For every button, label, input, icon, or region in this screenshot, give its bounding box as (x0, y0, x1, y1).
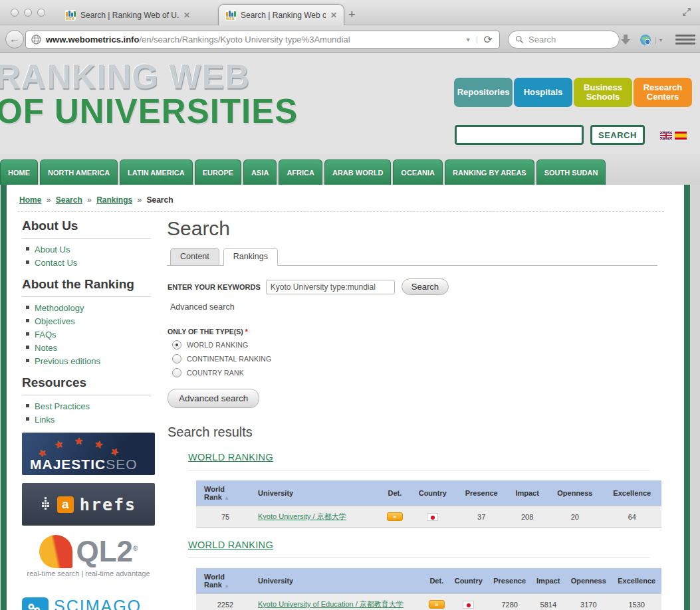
sidebar-item: FAQs (26, 330, 159, 340)
column-excellence[interactable]: Excellence (612, 568, 661, 594)
majestic-seo-logo[interactable]: ★ ★ ★ ★ ★ MAJESTICSEO (22, 433, 155, 475)
tab-close-icon[interactable]: ✕ (330, 11, 337, 20)
advanced-search-button[interactable]: Advanced search (168, 389, 259, 408)
japan-flag-icon (427, 513, 438, 521)
column-country[interactable]: Country (409, 480, 455, 506)
sidebar-link-notes[interactable]: Notes (35, 343, 57, 353)
radio-option[interactable]: WORLD RANKING (172, 340, 661, 350)
language-flags (660, 132, 687, 140)
downloads-icon[interactable] (620, 34, 632, 45)
sidebar: About Us About Us Contact Us About the R… (18, 212, 159, 610)
nav-tab[interactable]: NORTH AMERICA (40, 159, 118, 185)
extension-globe-icon[interactable] (640, 34, 651, 46)
details-button[interactable]: » (429, 600, 445, 609)
tab-close-icon[interactable]: ✕ (183, 11, 190, 20)
university-link[interactable]: Kyoto University of Education / 京都教育大学 (258, 600, 404, 608)
breadcrumb-search-link[interactable]: Search (56, 195, 82, 205)
spanish-flag-icon[interactable] (675, 132, 687, 140)
nav-tab[interactable]: AFRICA (279, 159, 322, 185)
site-favicon-icon: WEB (225, 10, 236, 21)
sidebar-link-objectives[interactable]: Objectives (35, 316, 75, 326)
radio-label: CONTINENTAL RANKING (187, 355, 271, 363)
nav-tab[interactable]: SOUTH SUDAN (536, 159, 606, 185)
promo-button[interactable]: Repositories (454, 78, 513, 107)
header-search-input[interactable] (455, 125, 584, 145)
university-link[interactable]: Kyoto University / 京都大学 (258, 512, 346, 520)
column-openness[interactable]: Openness (547, 480, 602, 506)
sort-asc-icon: ▲ (222, 583, 229, 589)
column-world-rank[interactable]: World Rank▲ (196, 568, 255, 594)
back-button[interactable]: ← (5, 30, 24, 49)
table-row: 75 Kyoto University / 京都大学 » 37 208 20 6… (196, 506, 661, 528)
nav-tab[interactable]: EUROPE (195, 159, 241, 185)
column-university[interactable]: University (255, 568, 424, 594)
new-tab-button[interactable]: + (348, 8, 356, 22)
sidebar-link-faqs[interactable]: FAQs (35, 330, 57, 340)
column-university[interactable]: University (255, 480, 380, 506)
keywords-input[interactable] (266, 280, 395, 294)
radio-icon[interactable] (172, 368, 181, 377)
sidebar-link-previous-editions[interactable]: Previous editions (35, 356, 100, 366)
nav-tab[interactable]: OCEANIA (393, 159, 443, 185)
radio-icon[interactable] (172, 354, 181, 363)
window-zoom-button[interactable] (37, 9, 45, 17)
column-impact[interactable]: Impact (531, 568, 565, 594)
site-logo[interactable]: RANKING WEB OF UNIVERSITIES (0, 60, 298, 129)
menu-hamburger-icon[interactable] (675, 32, 695, 47)
browser-toolbar: ← www.webometrics.info/en/search/Ranking… (0, 25, 700, 53)
column-country[interactable]: Country (449, 568, 488, 594)
radio-icon[interactable] (172, 340, 181, 350)
tab-rankings[interactable]: Rankings (223, 248, 278, 266)
sidebar-link-links[interactable]: Links (35, 415, 55, 425)
promo-button[interactable]: Research Centers (634, 78, 692, 107)
fullscreen-icon[interactable] (681, 7, 692, 17)
column-det[interactable]: Det. (424, 568, 449, 594)
sidebar-link-about-us[interactable]: About Us (35, 245, 70, 254)
details-button[interactable]: » (387, 512, 403, 521)
browser-tab-active[interactable]: WEB Search | Ranking Web of U... ✕ (218, 4, 344, 25)
ql2-logo[interactable]: QL2® real-time search | real-time advant… (22, 534, 155, 587)
radio-option[interactable]: COUNTRY RANK (172, 368, 661, 377)
content-tabs: Content Rankings (167, 248, 657, 266)
column-excellence[interactable]: Excellence (603, 480, 661, 506)
english-flag-icon[interactable] (660, 132, 672, 140)
nav-tab[interactable]: ASIA (243, 159, 277, 185)
browser-tab-inactive[interactable]: WEB Search | Ranking Web of U... ✕ (58, 5, 197, 25)
nav-tab[interactable]: ARAB WORLD (324, 159, 391, 185)
promo-button[interactable]: Hospitals (514, 78, 572, 107)
extension-dropdown-icon[interactable]: ▾ (655, 37, 662, 44)
column-presence[interactable]: Presence (488, 568, 532, 594)
column-presence[interactable]: Presence (455, 480, 507, 506)
breadcrumb-home-link[interactable]: Home (19, 195, 41, 205)
sidebar-link-best-practices[interactable]: Best Practices (35, 401, 90, 411)
tab-content[interactable]: Content (170, 248, 219, 266)
sidebar-link-methodology[interactable]: Methodology (35, 303, 84, 313)
url-bar[interactable]: www.webometrics.info/en/search/Rankings/… (25, 31, 500, 49)
nav-tab[interactable]: HOME (0, 159, 38, 185)
breadcrumb-rankings-link[interactable]: Rankings (96, 195, 132, 205)
nav-tab[interactable]: LATIN AMERICA (120, 159, 193, 185)
radio-option[interactable]: CONTINENTAL RANKING (172, 354, 661, 363)
world-ranking-link[interactable]: WORLD RANKING (188, 540, 273, 550)
header-search-button[interactable]: SEARCH (590, 125, 645, 145)
reload-icon[interactable]: ⟳ (477, 33, 495, 46)
url-dropdown-icon[interactable]: ▼ (460, 37, 477, 43)
cell-excellence: 64 (603, 506, 661, 528)
advanced-search-link[interactable]: Advanced search (170, 302, 235, 312)
window-minimize-button[interactable] (24, 9, 32, 17)
search-submit-button[interactable]: Search (402, 278, 449, 295)
scimago-logo[interactable]: SCIMAGO research group (22, 595, 155, 610)
column-impact[interactable]: Impact (507, 480, 547, 506)
ahrefs-logo[interactable]: a hrefs (22, 483, 155, 526)
promo-button[interactable]: Business Schools (574, 78, 632, 107)
sidebar-link-contact-us[interactable]: Contact Us (35, 258, 77, 268)
cell-openness: 3170 (565, 594, 612, 610)
column-det[interactable]: Det. (380, 480, 409, 506)
browser-search-field[interactable]: Search (508, 31, 620, 49)
column-openness[interactable]: Openness (565, 568, 612, 594)
search-icon (515, 35, 524, 44)
world-ranking-link[interactable]: WORLD RANKING (188, 452, 273, 462)
column-world-rank[interactable]: World Rank▲ (196, 480, 255, 506)
window-close-button[interactable] (11, 9, 19, 17)
nav-tab[interactable]: RANKING BY AREAS (445, 159, 534, 185)
